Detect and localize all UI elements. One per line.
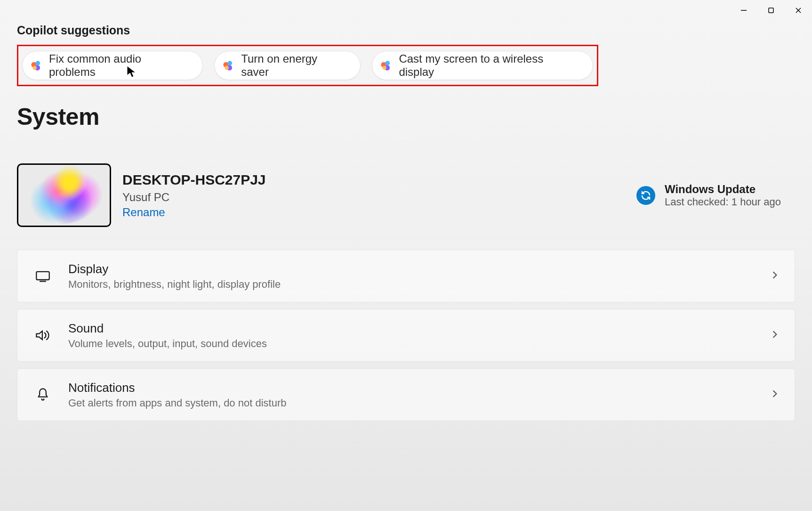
- svg-point-5: [35, 61, 40, 65]
- device-alias: Yusuf PC: [122, 191, 266, 204]
- copilot-chip-label: Cast my screen to a wireless display: [399, 52, 579, 79]
- refresh-icon: [636, 186, 655, 205]
- svg-marker-18: [36, 331, 42, 340]
- svg-point-13: [386, 61, 390, 65]
- settings-item-title: Display: [68, 262, 772, 276]
- copilot-icon: [30, 59, 42, 72]
- svg-point-15: [383, 66, 386, 70]
- windows-update-title: Windows Update: [665, 183, 781, 196]
- settings-item-desc: Get alerts from apps and system, do not …: [68, 397, 772, 409]
- device-summary-row: DESKTOP-HSC27PJJ Yusuf PC Rename Windows…: [17, 163, 795, 227]
- wallpaper-thumbnail[interactable]: [17, 163, 111, 227]
- copilot-chip-label: Fix common audio problems: [49, 52, 188, 79]
- settings-item-title: Notifications: [68, 381, 772, 395]
- svg-point-11: [225, 66, 229, 70]
- settings-item-notifications[interactable]: Notifications Get alerts from apps and s…: [17, 368, 795, 421]
- settings-item-desc: Volume levels, output, input, sound devi…: [68, 338, 772, 350]
- device-name: DESKTOP-HSC27PJJ: [122, 172, 266, 188]
- copilot-suggestions-heading: Copilot suggestions: [17, 24, 795, 37]
- sound-icon: [34, 329, 51, 342]
- settings-item-sound[interactable]: Sound Volume levels, output, input, soun…: [17, 309, 795, 362]
- windows-update-block[interactable]: Windows Update Last checked: 1 hour ago: [636, 183, 781, 208]
- copilot-chip-cast[interactable]: Cast my screen to a wireless display: [372, 51, 593, 80]
- copilot-chip-label: Turn on energy saver: [241, 52, 346, 79]
- chevron-right-icon: [772, 389, 778, 401]
- copilot-icon: [222, 59, 234, 72]
- settings-item-desc: Monitors, brightness, night light, displ…: [68, 278, 772, 291]
- copilot-suggestions-highlight: Fix common audio problems Turn on energy…: [17, 45, 598, 86]
- settings-item-title: Sound: [68, 321, 772, 336]
- copilot-chip-audio[interactable]: Fix common audio problems: [22, 51, 203, 80]
- close-button[interactable]: [785, 0, 812, 21]
- svg-rect-16: [36, 272, 49, 280]
- settings-item-display[interactable]: Display Monitors, brightness, night ligh…: [17, 250, 795, 302]
- chevron-right-icon: [772, 329, 778, 341]
- svg-rect-1: [769, 8, 773, 13]
- svg-point-9: [228, 61, 233, 65]
- window-controls: [730, 0, 812, 21]
- page-title: System: [17, 103, 795, 130]
- bell-icon: [34, 387, 51, 402]
- windows-update-sub: Last checked: 1 hour ago: [665, 196, 781, 208]
- copilot-icon: [380, 59, 392, 72]
- svg-point-7: [33, 66, 37, 70]
- minimize-button[interactable]: [730, 0, 757, 21]
- copilot-chip-energy[interactable]: Turn on energy saver: [214, 51, 361, 80]
- maximize-button[interactable]: [757, 0, 785, 21]
- chevron-right-icon: [772, 270, 778, 282]
- settings-list: Display Monitors, brightness, night ligh…: [17, 250, 795, 421]
- wallpaper-swirl: [19, 163, 109, 227]
- rename-link[interactable]: Rename: [122, 206, 266, 219]
- display-icon: [34, 270, 51, 282]
